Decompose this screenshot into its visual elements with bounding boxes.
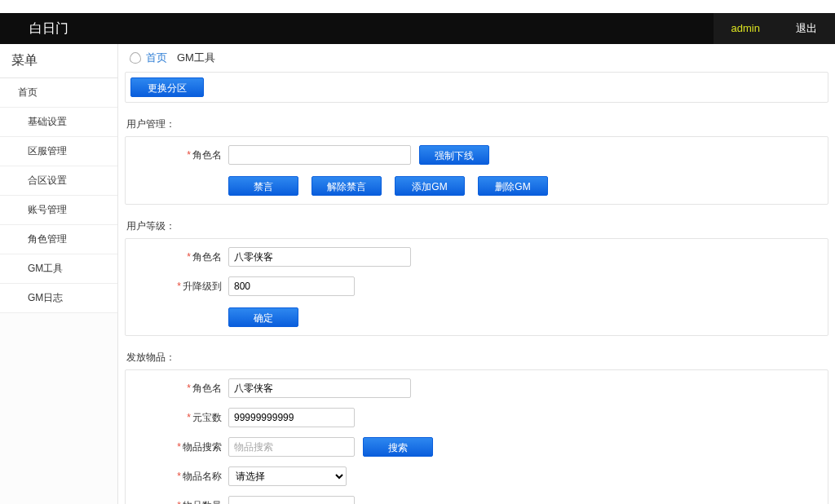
sidebar-item-server-manage[interactable]: 区服管理: [0, 137, 117, 166]
topbar: 白日门 admin 退出: [0, 13, 835, 44]
topbar-admin-link[interactable]: admin: [714, 13, 778, 44]
sidebar-item-gm-tools[interactable]: GM工具: [0, 254, 117, 284]
label-gi-search: 物品搜索: [183, 441, 222, 453]
sidebar-item-merge-settings[interactable]: 合区设置: [0, 166, 117, 196]
input-um-role[interactable]: [228, 145, 411, 165]
change-zone-button[interactable]: 更换分区: [130, 77, 204, 97]
user-level-panel: *角色名 *升降级到 确定: [125, 238, 828, 336]
sidebar-title: 菜单: [0, 44, 117, 78]
section-title-user-level: 用户等级：: [125, 211, 828, 238]
section-title-user-manage: 用户管理：: [125, 109, 828, 136]
breadcrumb: 首页 GM工具: [125, 44, 828, 72]
label-ul-role: 角色名: [192, 251, 222, 263]
sidebar-item-home[interactable]: 首页: [0, 78, 117, 108]
topbar-logout-link[interactable]: 退出: [778, 13, 835, 44]
input-gi-role[interactable]: [228, 378, 411, 398]
zone-panel: 更换分区: [125, 72, 828, 103]
input-gi-itemqty[interactable]: [228, 496, 355, 504]
add-gm-button[interactable]: 添加GM: [395, 176, 465, 196]
give-item-panel: *角色名 *元宝数 *物品搜索 搜索 *物品名称: [125, 369, 828, 504]
input-gi-yuanbao[interactable]: [228, 408, 355, 427]
force-offline-button[interactable]: 强制下线: [419, 145, 489, 165]
input-ul-level[interactable]: [228, 276, 355, 296]
unban-button[interactable]: 解除禁言: [311, 176, 382, 196]
sidebar-item-role-manage[interactable]: 角色管理: [0, 225, 117, 254]
label-gi-itemname: 物品名称: [183, 471, 222, 482]
sidebar-item-gm-log[interactable]: GM日志: [0, 284, 117, 313]
search-item-button[interactable]: 搜索: [363, 437, 433, 457]
breadcrumb-icon: [130, 52, 141, 64]
content: 首页 GM工具 更换分区 用户管理： *角色名 强制下线 禁言 解除禁言 添加G…: [118, 44, 835, 504]
sidebar: 菜单 首页 基础设置 区服管理 合区设置 账号管理 角色管理 GM工具 GM日志: [0, 44, 118, 504]
label-um-role: 角色名: [192, 149, 222, 161]
input-ul-role[interactable]: [228, 247, 411, 267]
label-ul-level: 升降级到: [183, 281, 222, 292]
label-gi-itemqty: 物品数量: [183, 500, 222, 505]
user-manage-panel: *角色名 强制下线 禁言 解除禁言 添加GM 删除GM: [125, 136, 828, 205]
confirm-level-button[interactable]: 确定: [228, 307, 298, 327]
breadcrumb-home-link[interactable]: 首页: [146, 51, 167, 65]
label-gi-role: 角色名: [192, 382, 222, 394]
select-gi-itemname[interactable]: 请选择: [228, 466, 347, 486]
brand-title: 白日门: [0, 20, 68, 38]
label-gi-yuanbao: 元宝数: [192, 412, 222, 423]
sidebar-item-account-manage[interactable]: 账号管理: [0, 196, 117, 225]
input-gi-search[interactable]: [228, 437, 355, 457]
breadcrumb-current: GM工具: [177, 51, 215, 65]
ban-button[interactable]: 禁言: [228, 176, 298, 196]
remove-gm-button[interactable]: 删除GM: [478, 176, 548, 196]
section-title-give-item: 发放物品：: [125, 343, 828, 369]
sidebar-item-basic-settings[interactable]: 基础设置: [0, 108, 117, 137]
